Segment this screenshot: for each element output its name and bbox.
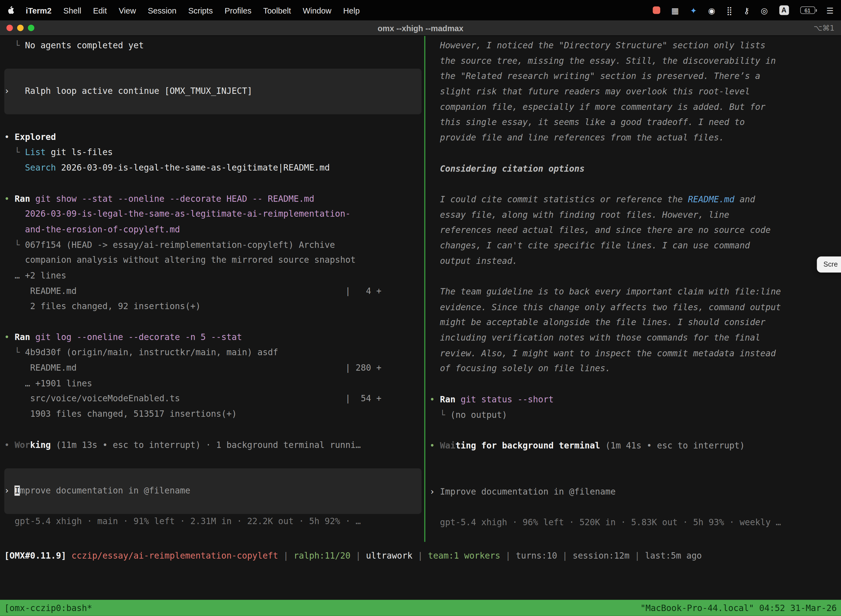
menu-profiles[interactable]: Profiles (219, 6, 258, 15)
text-segment: README.md | 4 + (4, 286, 382, 296)
text-segment: … +1901 lines (4, 378, 92, 388)
zoom-button[interactable] (28, 25, 34, 31)
terminal-line (4, 453, 424, 468)
terminal-line: companion file, especially if more comme… (429, 100, 841, 115)
window-titlebar: omx --xhigh --madmax ⌥⌘1 (0, 21, 841, 36)
left-pane-status-line: gpt-5.4 xhigh · main · 91% left · 2.31M … (4, 513, 424, 529)
text-segment: slight risk that future readers may over… (429, 87, 750, 97)
menubar-menus: iTerm2ShellEditViewSessionScriptsProfile… (7, 6, 366, 15)
tmux-host-clock: "MacBook-Pro-44.local" 04:52 31-Mar-26 (640, 603, 837, 613)
terminal-line (429, 469, 841, 484)
prompt-input[interactable]: › Improve documentation in @filename (4, 483, 422, 499)
apple-menu-icon[interactable] (7, 6, 14, 14)
text-segment: └ (429, 409, 450, 420)
window-grid-icon[interactable]: ▦ (671, 6, 679, 14)
terminal-line: 2026-03-09-is-legal-the-same-as-legitima… (4, 207, 424, 222)
window-shortcut-badge: ⌥⌘1 (814, 24, 835, 32)
terminal-line: might be acceptable alongside the file l… (429, 315, 841, 331)
text-segment: the source tree, missing the essay. Stil… (429, 56, 776, 66)
notification-toast[interactable]: Scre (817, 257, 841, 273)
text-segment: › (4, 485, 15, 496)
close-button[interactable] (6, 25, 13, 31)
menu-toolbelt[interactable]: Toolbelt (258, 6, 297, 15)
menubar-item-list: iTerm2ShellEditViewSessionScriptsProfile… (20, 6, 366, 15)
text-segment: ralph:11/20 (294, 550, 350, 560)
terminal-line (429, 377, 841, 392)
terminal-line: essay file, along with finding root file… (429, 207, 841, 223)
text-segment: • (4, 440, 15, 450)
text-segment: | (500, 550, 516, 560)
terminal-line: Considering citation options (429, 161, 841, 177)
menu-scripts[interactable]: Scripts (182, 6, 219, 15)
menu-shell[interactable]: Shell (57, 6, 87, 15)
text-segment: essay file, along with finding root file… (429, 210, 729, 220)
text-segment: references need actual files, and since … (429, 225, 771, 235)
omx-status-bar: [OMX#0.11.9] cczip/essay/ai-reimplementa… (0, 542, 841, 563)
desktop: iTerm2ShellEditViewSessionScriptsProfile… (0, 0, 841, 616)
text-segment: git status --short (456, 394, 554, 404)
input-source-icon[interactable]: A (779, 5, 789, 15)
text-segment: I could cite commit statistics or refere… (429, 194, 688, 204)
text-segment: └ (4, 239, 25, 250)
menu-help[interactable]: Help (337, 6, 366, 15)
text-segment: • (4, 194, 15, 204)
terminal-line: gpt-5.4 xhigh · main · 91% left · 2.31M … (4, 513, 424, 529)
text-segment: • (4, 132, 15, 142)
profile-icon[interactable]: ◎ (761, 6, 768, 14)
menu-session[interactable]: Session (142, 6, 182, 15)
terminal-line: • Explored (4, 130, 424, 145)
terminal-line (429, 454, 841, 469)
text-segment: team:1 workers (428, 550, 500, 560)
menu-edit[interactable]: Edit (87, 6, 113, 15)
text-segment: (no output) (450, 409, 507, 420)
terminal-line: including verification notes with those … (429, 331, 841, 346)
text-segment: › (429, 487, 440, 497)
text-segment: Ran (440, 394, 455, 404)
terminal-line (429, 146, 841, 161)
battery-icon[interactable]: 61 (800, 6, 815, 14)
text-segment: • (4, 332, 15, 342)
terminal-line: However, I noticed the "Directory Struct… (429, 38, 841, 54)
terminal-line: • Ran git status --short (429, 392, 841, 408)
text-segment: Considering citation options (429, 163, 585, 174)
terminal-line: • Working (11m 13s • esc to interrupt) ·… (4, 437, 424, 453)
control-center-icon[interactable]: ☰ (826, 6, 834, 14)
terminal-line: this single essay, it seems like a good … (429, 115, 841, 131)
text-segment: Ralph loop active continue [OMX_TMUX_INJ… (25, 86, 252, 96)
text-segment: evidence. Since this change only affects… (429, 302, 781, 312)
text-segment: king (30, 440, 51, 450)
terminal-line: • Ran git show --stat --oneline --decora… (4, 191, 424, 207)
key-icon[interactable]: ⚷ (744, 6, 749, 14)
text-segment: gpt-5.4 xhigh · 96% left · 520K in · 5.8… (429, 518, 781, 528)
terminal-line (429, 423, 841, 438)
screen-recording-indicator[interactable] (652, 6, 660, 14)
terminal-line (429, 269, 841, 284)
menu-view[interactable]: View (113, 6, 142, 15)
text-segment: └ (4, 40, 25, 50)
text-segment: 2026-03-09-is-legal-the-same-as-legitima… (56, 163, 330, 173)
terminal-line: … +2 lines (4, 268, 424, 284)
terminal-line: I could cite commit statistics or refere… (429, 192, 841, 208)
text-segment: | (278, 550, 294, 560)
text-segment: ting for background terminal (456, 440, 600, 451)
text-segment: review. Also, I might want to inspect th… (429, 348, 776, 358)
text-segment: might be acceptable alongside the file l… (429, 317, 765, 328)
text-segment: Ran (15, 194, 30, 204)
minimize-button[interactable] (17, 25, 23, 31)
dark-disc-icon[interactable]: ◉ (708, 6, 715, 14)
dots-grid-icon[interactable]: ⣿ (727, 6, 732, 14)
terminal-line: › Improve documentation in @filename (429, 484, 841, 500)
text-segment: cczip/essay/ai-reimplementation-copyleft (72, 550, 278, 560)
menu-window[interactable]: Window (297, 6, 337, 15)
blue-spark-icon[interactable]: ✦ (690, 6, 697, 14)
terminal-line (429, 500, 841, 515)
text-segment: provide file and line references from th… (429, 132, 724, 143)
text-segment: 2 files changed, 92 insertions(+) (4, 301, 201, 311)
terminal-line: README.md | 280 + (4, 361, 424, 376)
menu-iterm2[interactable]: iTerm2 (20, 6, 57, 15)
terminal-line: references need actual files, and since … (429, 223, 841, 238)
terminal-line: └ List git ls-files (4, 145, 424, 161)
left-pane-top-lines: └ No agents completed yet (4, 38, 424, 69)
prompt-input-box[interactable]: › Improve documentation in @filename (4, 468, 422, 514)
terminal-line: of focusing solely on file lines. (429, 361, 841, 377)
